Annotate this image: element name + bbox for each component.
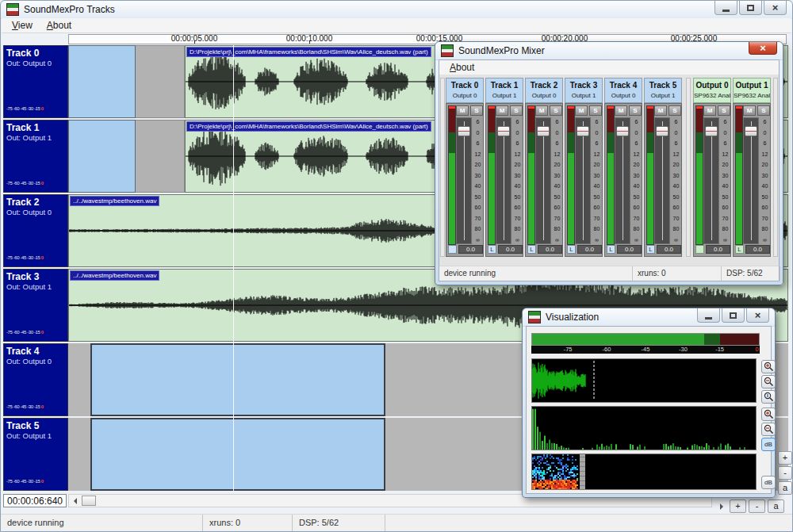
fader-handle[interactable] bbox=[497, 126, 510, 136]
fader-handle[interactable] bbox=[537, 126, 550, 136]
close-button[interactable]: × bbox=[764, 1, 787, 15]
mute-button[interactable]: M bbox=[496, 105, 508, 116]
fader-scale-label: 70 bbox=[673, 216, 680, 221]
fader-track[interactable] bbox=[743, 117, 759, 244]
maximize-button[interactable] bbox=[739, 1, 762, 15]
spectrum-zoom-out-button[interactable] bbox=[761, 423, 776, 436]
viz-titlebar[interactable]: Visualization × bbox=[523, 308, 775, 327]
mixer-titlebar[interactable]: SoundMexPro Mixer × bbox=[435, 42, 783, 60]
track-header[interactable]: Track 2 Out: Output 0 -75 -60 -45 -30 -1… bbox=[3, 194, 68, 267]
empty-region[interactable] bbox=[68, 120, 136, 193]
empty-clip[interactable] bbox=[90, 343, 385, 416]
strip-sub-label: Output 0 bbox=[526, 90, 562, 99]
scroll-left-button[interactable] bbox=[69, 495, 81, 507]
mute-button[interactable]: M bbox=[654, 105, 667, 116]
menu-item-view[interactable]: View bbox=[5, 18, 40, 33]
track-header[interactable]: Track 0 Out: Output 0 -75 -60 -45 -30 -1… bbox=[3, 45, 68, 118]
strip-bottom-row: 0.0 bbox=[448, 244, 483, 254]
minimize-button[interactable] bbox=[697, 308, 720, 323]
menu-item-about[interactable]: About bbox=[40, 18, 79, 33]
fader-handle[interactable] bbox=[616, 126, 629, 136]
empty-clip[interactable] bbox=[90, 418, 385, 491]
link-button[interactable]: L bbox=[567, 245, 576, 254]
solo-button[interactable]: S bbox=[757, 105, 770, 116]
mute-button[interactable]: M bbox=[743, 105, 756, 116]
track-header[interactable]: Track 5 Out: Output 1 -75 -60 -45 -30 -1… bbox=[3, 418, 68, 491]
fader-track[interactable] bbox=[615, 117, 630, 244]
waveform-zoom-out-button[interactable] bbox=[761, 375, 776, 388]
track-meter-bar bbox=[5, 484, 67, 488]
solo-button[interactable]: S bbox=[470, 105, 483, 116]
main-titlebar[interactable]: SoundMexPro Tracks × bbox=[1, 1, 792, 19]
mute-solo-row: M S bbox=[654, 105, 681, 116]
zoom-all-button[interactable]: a bbox=[768, 499, 784, 513]
solo-button[interactable]: S bbox=[589, 105, 602, 116]
fader-scale-label: 40 bbox=[634, 183, 640, 189]
scroll-right-button[interactable] bbox=[715, 500, 727, 512]
fader-track[interactable] bbox=[575, 117, 591, 244]
solo-button[interactable]: S bbox=[668, 105, 681, 116]
spectrum-zoom-in-button[interactable] bbox=[761, 408, 776, 421]
track-header[interactable]: Track 4 Out: Output 0 -75 -60 -45 -30 -1… bbox=[3, 343, 68, 416]
solo-button[interactable]: S bbox=[550, 105, 562, 116]
viz-spectrum-panel[interactable] bbox=[531, 406, 757, 450]
mixer-icon bbox=[441, 44, 454, 57]
fader-handle[interactable] bbox=[745, 126, 757, 136]
fader-track[interactable] bbox=[456, 117, 472, 244]
mixer-close-button[interactable]: × bbox=[749, 42, 777, 55]
mute-button[interactable]: M bbox=[575, 105, 588, 116]
fader-handle[interactable] bbox=[705, 126, 718, 136]
link-button[interactable]: L bbox=[527, 245, 536, 254]
zoom-all-button[interactable]: a bbox=[778, 481, 792, 495]
spectrum-db-button[interactable]: dB bbox=[761, 438, 776, 451]
track-header[interactable]: Track 3 Out: Output 1 -75 -60 -45 -30 -1… bbox=[3, 269, 68, 342]
track-level-meter: -75 -60 -45 -30 -15 0 bbox=[5, 181, 67, 191]
solo-button[interactable]: S bbox=[629, 105, 642, 116]
restore-button[interactable] bbox=[722, 308, 745, 323]
viz-waveform-panel[interactable] bbox=[531, 358, 757, 403]
viz-spectrogram-panel[interactable] bbox=[531, 454, 757, 490]
fader-handle[interactable] bbox=[577, 126, 589, 136]
mixer-strip-body: M S 6061220304050607080∞ L 0.0 bbox=[565, 103, 603, 257]
zoom-in-button[interactable]: + bbox=[778, 451, 792, 465]
link-button[interactable]: L bbox=[607, 245, 615, 254]
waveform-zoom-in-button[interactable] bbox=[761, 360, 776, 373]
solo-button[interactable]: S bbox=[510, 105, 523, 116]
link-button[interactable]: L bbox=[735, 245, 744, 254]
empty-region[interactable] bbox=[68, 45, 136, 118]
zoom-out-button[interactable]: - bbox=[778, 466, 792, 480]
mute-button[interactable]: M bbox=[703, 105, 716, 116]
menu-item-about[interactable]: About bbox=[442, 60, 481, 75]
scroll-thumb[interactable] bbox=[82, 496, 96, 506]
minimize-button[interactable] bbox=[714, 1, 737, 15]
spectrogram-db-button[interactable]: dB bbox=[761, 476, 776, 489]
track-meter-bar bbox=[5, 186, 67, 190]
solo-button[interactable]: S bbox=[718, 105, 730, 116]
mute-button[interactable]: M bbox=[535, 105, 548, 116]
silence-region[interactable] bbox=[136, 120, 185, 193]
link-button[interactable] bbox=[695, 245, 704, 254]
fader-handle[interactable] bbox=[458, 126, 470, 136]
fader-track[interactable] bbox=[703, 117, 719, 244]
zoom-in-button[interactable]: + bbox=[730, 499, 746, 513]
track-header[interactable]: Track 1 Out: Output 1 -75 -60 -45 -30 -1… bbox=[3, 120, 68, 193]
mute-button[interactable]: M bbox=[615, 105, 627, 116]
link-button[interactable] bbox=[448, 245, 457, 254]
link-button[interactable]: L bbox=[488, 245, 496, 254]
fader-scale-label: 12 bbox=[475, 151, 481, 157]
mute-button[interactable]: M bbox=[456, 105, 469, 116]
status-xruns: xruns: 0 bbox=[203, 515, 293, 531]
fader-scale-label: 12 bbox=[554, 151, 561, 157]
fader-track[interactable] bbox=[535, 117, 551, 244]
waveform-zoom-all-button[interactable] bbox=[761, 390, 776, 404]
fader-track[interactable] bbox=[654, 117, 670, 244]
silence-region[interactable] bbox=[136, 45, 185, 118]
link-button[interactable]: L bbox=[646, 245, 655, 254]
fader-handle[interactable] bbox=[656, 126, 668, 136]
close-button[interactable]: × bbox=[746, 308, 769, 323]
fader-scale-label: 40 bbox=[554, 183, 561, 189]
fader-scale: 6061220304050607080∞ bbox=[473, 117, 483, 244]
fader-track[interactable] bbox=[496, 117, 511, 244]
zoom-out-button[interactable]: - bbox=[749, 499, 765, 513]
strip-sub-label: Output 0 bbox=[605, 90, 642, 99]
